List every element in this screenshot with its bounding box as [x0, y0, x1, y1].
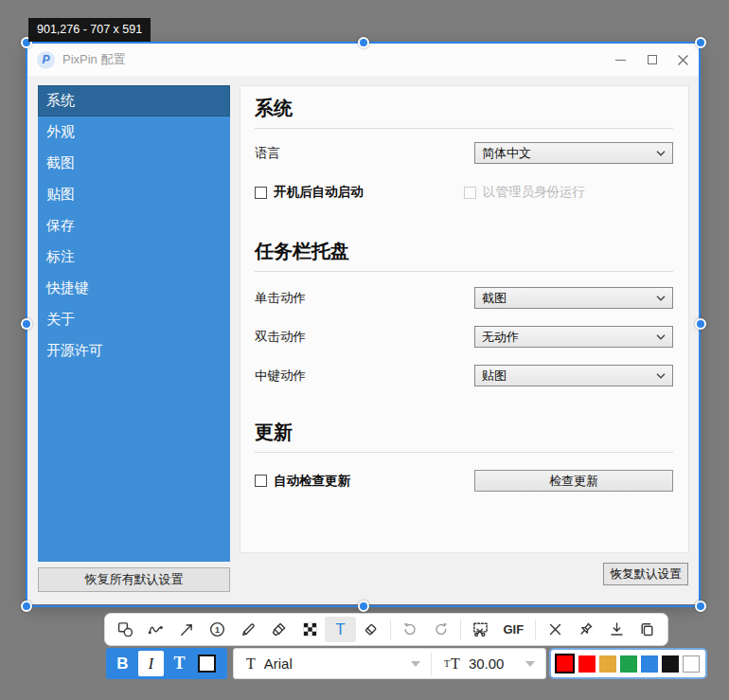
mosaic-icon: [301, 620, 319, 638]
font-size-select[interactable]: T T 30.00: [432, 655, 545, 673]
polyline-icon: [147, 620, 165, 638]
gif-region-icon: [471, 620, 489, 638]
dropdown-caret-icon: [411, 661, 420, 667]
screenshot-capture-overlay: 901,276 - 707 x 591 P PixPin 配置 系统 外观 截图…: [0, 0, 729, 700]
color-swatch-blue[interactable]: [641, 655, 658, 673]
eraser-tool-button[interactable]: [356, 617, 386, 642]
text-fill-color-swatch[interactable]: [198, 655, 216, 673]
selection-handle-top[interactable]: [358, 37, 369, 48]
toolbar-divider: [460, 619, 461, 640]
toolbar-divider: [390, 619, 391, 640]
selection-handle-bottom[interactable]: [358, 601, 369, 612]
download-icon: [608, 620, 626, 638]
font-family-icon: T: [246, 655, 256, 673]
selection-handle-bottom-left[interactable]: [21, 601, 32, 612]
shape-icon: [116, 620, 134, 638]
text-style-group: B I T: [106, 648, 227, 679]
pencil-icon: [240, 620, 258, 638]
pin-icon: [577, 620, 595, 638]
pin-to-screen-button[interactable]: [570, 617, 600, 642]
undo-icon: [401, 620, 419, 638]
arrow-tool-button[interactable]: [171, 617, 202, 642]
selection-handle-bottom-right[interactable]: [695, 601, 706, 612]
color-swatch-current[interactable]: [555, 654, 575, 673]
selection-handle-left[interactable]: [21, 318, 32, 330]
text-tool-button[interactable]: T: [325, 617, 355, 642]
redo-button[interactable]: [426, 617, 456, 642]
selection-handle-top-right[interactable]: [695, 37, 706, 48]
font-size-icon: T: [444, 658, 450, 669]
redo-icon: [432, 620, 450, 638]
color-palette: [549, 648, 707, 679]
selection-region[interactable]: [26, 42, 701, 607]
selection-info-badge: 901,276 - 707 x 591: [28, 18, 151, 42]
color-swatch-red[interactable]: [578, 655, 596, 673]
font-family-value: Arial: [264, 655, 293, 672]
save-button[interactable]: [601, 617, 631, 642]
number-marker-tool-button[interactable]: 1: [202, 617, 232, 642]
gif-label[interactable]: GIF: [496, 622, 531, 637]
eraser-icon: [362, 620, 380, 638]
annotation-toolbar: 1 T: [104, 613, 668, 646]
marker-icon: [270, 620, 288, 638]
svg-text:1: 1: [215, 625, 220, 635]
text-tool-icon: T: [335, 620, 345, 639]
italic-toggle[interactable]: I: [138, 651, 164, 676]
font-size-value: 30.00: [469, 655, 505, 672]
arrow-icon: [178, 620, 196, 638]
number-marker-icon: 1: [208, 620, 226, 638]
selection-handle-right[interactable]: [695, 318, 706, 330]
color-swatch-black[interactable]: [662, 655, 679, 673]
cancel-capture-button[interactable]: [540, 617, 570, 642]
mosaic-tool-button[interactable]: [294, 617, 325, 642]
close-x-icon: [546, 620, 564, 638]
pencil-tool-button[interactable]: [233, 617, 263, 642]
color-swatch-gold[interactable]: [599, 655, 616, 673]
bold-toggle[interactable]: B: [110, 651, 135, 676]
shape-tool-button[interactable]: [110, 617, 140, 642]
marker-tool-button[interactable]: [263, 617, 293, 642]
color-swatch-green[interactable]: [620, 655, 637, 673]
copy-icon: [638, 620, 656, 638]
font-family-select[interactable]: T Arial: [234, 655, 431, 673]
copy-button[interactable]: [631, 617, 662, 642]
dropdown-caret-icon: [525, 661, 535, 667]
gif-region-tool-button[interactable]: [465, 617, 495, 642]
toolbar-divider: [535, 619, 536, 640]
text-outline-style-toggle[interactable]: T: [167, 651, 192, 676]
undo-button[interactable]: [395, 617, 425, 642]
polyline-tool-button[interactable]: [140, 617, 170, 642]
font-settings-group: T Arial T T 30.00: [233, 648, 546, 679]
font-size-icon: T: [451, 655, 460, 673]
color-swatch-white[interactable]: [683, 655, 700, 673]
